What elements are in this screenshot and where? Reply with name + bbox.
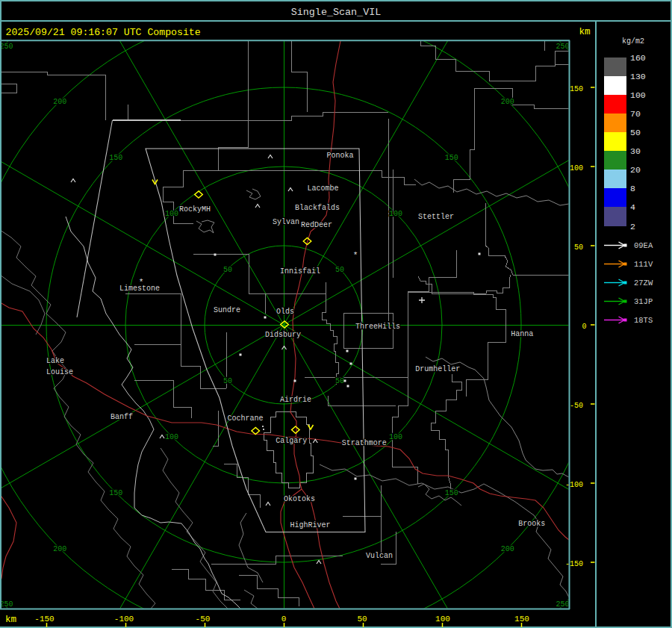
svg-text:Cochrane: Cochrane <box>227 414 263 423</box>
svg-text:Lake: Lake <box>46 357 64 365</box>
svg-text:*: * <box>353 251 358 260</box>
svg-text:km: km <box>5 615 16 625</box>
svg-text:0: 0 <box>582 323 586 331</box>
svg-text:100: 100 <box>389 433 402 441</box>
svg-text:31JP: 31JP <box>634 297 653 306</box>
svg-text:-100: -100 <box>565 481 583 489</box>
svg-text:150: 150 <box>570 85 583 93</box>
svg-text:*: * <box>139 278 144 287</box>
svg-text:Drumheller: Drumheller <box>415 365 460 373</box>
svg-text:160: 160 <box>630 53 646 63</box>
svg-text:Lacombe: Lacombe <box>307 184 338 193</box>
svg-text:-150: -150 <box>34 615 54 624</box>
svg-text:100: 100 <box>165 210 178 218</box>
svg-text:150: 150 <box>109 489 122 497</box>
svg-text:4: 4 <box>630 202 635 212</box>
svg-text:111V: 111V <box>634 260 653 269</box>
svg-text:50: 50 <box>335 377 344 385</box>
svg-text:km: km <box>579 27 591 37</box>
svg-text:-50: -50 <box>570 402 583 410</box>
svg-text:100: 100 <box>165 433 178 441</box>
svg-text:RedDeer: RedDeer <box>301 221 332 229</box>
svg-text:50: 50 <box>630 128 641 137</box>
svg-text:-150: -150 <box>565 560 583 568</box>
svg-text:100: 100 <box>435 615 450 624</box>
svg-text:20: 20 <box>630 165 641 175</box>
svg-text:kg/m2: kg/m2 <box>622 37 644 46</box>
svg-text:200: 200 <box>501 545 514 553</box>
svg-text:Olds: Olds <box>276 308 294 316</box>
svg-text:2025/09/21 09:16:07 UTC Compos: 2025/09/21 09:16:07 UTC Composite <box>6 27 201 38</box>
svg-text:Innisfail: Innisfail <box>280 267 320 276</box>
svg-text:Louise: Louise <box>46 368 73 376</box>
svg-text:200: 200 <box>53 98 66 106</box>
svg-text:0: 0 <box>281 615 287 624</box>
svg-text:150: 150 <box>445 489 458 497</box>
svg-text:ThreeHills: ThreeHills <box>355 323 400 331</box>
svg-text:130: 130 <box>630 72 646 81</box>
svg-text:100: 100 <box>630 90 646 100</box>
svg-text:Airdrie: Airdrie <box>280 396 311 404</box>
svg-text:50: 50 <box>335 266 344 274</box>
svg-text:Vulcan: Vulcan <box>366 552 393 560</box>
svg-text:50: 50 <box>357 615 367 624</box>
svg-text:18TS: 18TS <box>634 316 653 325</box>
svg-text:100: 100 <box>389 210 402 218</box>
svg-text:100: 100 <box>570 164 583 172</box>
svg-text:Stettler: Stettler <box>418 213 454 221</box>
svg-text:50: 50 <box>574 243 583 252</box>
svg-text:200: 200 <box>53 545 66 553</box>
svg-text:Calgary: Calgary <box>276 437 307 445</box>
svg-text:Strathmore: Strathmore <box>342 439 387 447</box>
svg-text:30: 30 <box>630 146 641 156</box>
svg-text:-100: -100 <box>114 615 134 624</box>
svg-text:Banff: Banff <box>111 413 133 421</box>
svg-text:250: 250 <box>0 600 13 609</box>
svg-text:27ZW: 27ZW <box>634 279 653 287</box>
svg-text:Hanna: Hanna <box>511 330 533 338</box>
svg-text:250: 250 <box>556 43 569 51</box>
svg-text:150: 150 <box>109 154 122 162</box>
svg-text:Single_Scan_VIL: Single_Scan_VIL <box>291 7 382 18</box>
svg-text:200: 200 <box>501 98 514 106</box>
svg-text:70: 70 <box>630 109 641 119</box>
svg-text:150: 150 <box>445 154 458 162</box>
svg-text:Okotoks: Okotoks <box>284 495 315 503</box>
svg-text:150: 150 <box>514 615 529 624</box>
svg-text:HighRiver: HighRiver <box>290 521 331 529</box>
svg-text:Sylvan: Sylvan <box>273 218 299 226</box>
svg-text:09EA: 09EA <box>634 241 653 250</box>
svg-text:250: 250 <box>0 43 13 51</box>
svg-text:RockyMH: RockyMH <box>179 205 211 214</box>
svg-text:Sundre: Sundre <box>214 306 240 314</box>
svg-text:Brooks: Brooks <box>518 520 545 528</box>
svg-text:Blackfalds: Blackfalds <box>295 204 340 212</box>
svg-text:-50: -50 <box>196 615 211 624</box>
svg-text:2: 2 <box>630 222 635 231</box>
svg-text:Didsbury: Didsbury <box>265 331 301 339</box>
svg-text:50: 50 <box>223 377 232 385</box>
svg-text:Ponoka: Ponoka <box>327 152 354 160</box>
svg-text:8: 8 <box>630 184 635 193</box>
svg-text:50: 50 <box>223 266 232 274</box>
svg-text:250: 250 <box>556 600 569 609</box>
